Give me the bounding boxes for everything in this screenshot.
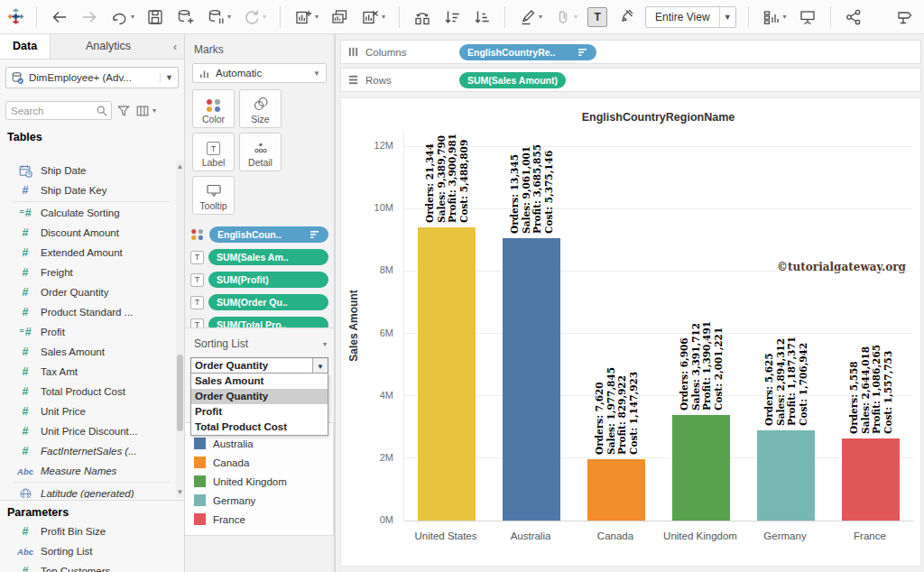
swap-rows-columns-button[interactable] — [411, 6, 433, 28]
field-item[interactable]: #Unit Price — [0, 401, 177, 421]
field-item[interactable]: #Sales Amount — [0, 342, 177, 362]
scroll-up-icon[interactable]: ▲ — [176, 162, 184, 171]
columns-pill[interactable]: EnglishCountryRe.. — [459, 44, 596, 60]
legend-item[interactable]: Australia — [185, 434, 333, 453]
bar-label-line: Orders: 6,906 — [679, 321, 690, 411]
detail-button[interactable]: Detail — [239, 133, 282, 171]
columns-shelf[interactable]: Columns EnglishCountryRe.. — [340, 40, 921, 64]
marks-pill[interactable]: SUM(Sales Am.. — [208, 249, 328, 265]
scrollbar-thumb[interactable] — [177, 355, 183, 431]
parameter-item[interactable]: AbcSorting List — [0, 541, 184, 561]
legend-item[interactable]: Germany — [185, 491, 333, 510]
size-button[interactable]: Size — [239, 89, 282, 128]
field-item[interactable]: Ship Date — [0, 161, 177, 180]
sort-ascending-button[interactable] — [441, 6, 463, 28]
tab-data[interactable]: Data — [0, 34, 51, 59]
field-item[interactable]: #Extended Amount — [0, 243, 177, 263]
tab-analytics[interactable]: Analytics — [51, 34, 166, 59]
datasource-caret-icon[interactable]: ▼ — [160, 73, 173, 82]
highlight-caret-icon[interactable]: ▾ — [539, 13, 542, 21]
marks-pill[interactable]: EnglishCoun.. — [209, 226, 328, 243]
sorting-list-option[interactable]: Profit — [191, 404, 328, 420]
field-item[interactable]: #Discount Amount — [0, 223, 177, 243]
new-worksheet-caret-icon[interactable]: ▾ — [315, 13, 319, 21]
color-button[interactable]: Color — [192, 89, 235, 128]
bar[interactable] — [587, 459, 645, 521]
show-me-button[interactable] — [893, 6, 917, 28]
search-icon — [96, 105, 108, 117]
field-item[interactable]: =#Profit — [0, 322, 177, 342]
new-datasource-button[interactable] — [174, 6, 197, 28]
back-button[interactable] — [49, 6, 70, 28]
group-members-button[interactable]: ▾ — [552, 6, 579, 28]
globe-field-icon — [16, 487, 34, 499]
fix-axes-button[interactable] — [615, 6, 637, 28]
bar[interactable] — [418, 227, 476, 521]
view-options-caret-icon[interactable]: ▾ — [152, 106, 156, 115]
forward-button[interactable] — [79, 6, 100, 28]
replay-button[interactable]: ▾ — [108, 6, 136, 28]
presentation-mode-button[interactable] — [797, 6, 818, 28]
field-item[interactable]: AbcMeasure Names — [0, 461, 177, 481]
mark-type-dropdown[interactable]: Automatic ▼ — [192, 63, 327, 83]
refresh-caret-icon[interactable]: ▾ — [263, 13, 266, 21]
collapse-pane-icon[interactable]: ‹ — [166, 34, 184, 59]
field-item[interactable]: #Order Quantity — [0, 282, 177, 302]
bar[interactable] — [503, 238, 560, 521]
marks-pill[interactable]: SUM(Profit) — [208, 272, 328, 288]
show-hide-cards-button[interactable]: ▾ — [761, 6, 789, 28]
marks-pill[interactable]: SUM(Order Qu.. — [208, 294, 328, 310]
legend-item[interactable]: United Kingdom — [185, 472, 333, 491]
legend-item[interactable]: Canada — [185, 453, 333, 472]
clear-sheet-button[interactable]: ▾ — [359, 6, 387, 28]
view-mode-caret-icon[interactable]: ▼ — [719, 7, 735, 27]
refresh-button[interactable]: ▾ — [241, 6, 268, 28]
clear-sheet-caret-icon[interactable]: ▾ — [382, 13, 385, 21]
field-item[interactable]: #Ship Date Key — [0, 180, 177, 200]
pause-updates-button[interactable]: ▾ — [205, 6, 233, 28]
show-hide-cards-caret-icon[interactable]: ▾ — [783, 13, 787, 21]
new-worksheet-button[interactable]: ▾ — [292, 6, 320, 28]
replay-caret-icon[interactable]: ▾ — [131, 13, 134, 21]
hash-field-icon: # — [16, 246, 34, 259]
parameter-item[interactable]: #Top Customers — [0, 561, 184, 572]
view-options-icon[interactable]: ▾ — [135, 104, 156, 118]
sort-descending-button[interactable] — [471, 6, 493, 28]
sorting-list-option[interactable]: Total Product Cost — [191, 420, 328, 435]
share-button[interactable] — [843, 6, 864, 28]
field-item[interactable]: #FactInternetSales (... — [0, 441, 177, 461]
view-mode-dropdown[interactable]: Entire View ▼ — [645, 6, 735, 28]
bar[interactable] — [672, 415, 730, 521]
duplicate-sheet-button[interactable] — [328, 6, 351, 28]
rows-pill[interactable]: SUM(Sales Amount) — [459, 72, 566, 88]
field-item[interactable]: #Total Product Cost — [0, 382, 177, 401]
filter-icon[interactable] — [116, 104, 131, 118]
parameter-item[interactable]: #Profit Bin Size — [0, 521, 184, 541]
scroll-down-icon[interactable]: ▼ — [176, 488, 184, 496]
datasource-selector[interactable]: DimEmployee+ (Adv... ▼ — [5, 67, 179, 88]
parameter-card-caret-icon[interactable]: ▾ — [323, 340, 327, 348]
legend-item[interactable]: France — [185, 510, 333, 529]
sorting-list-option[interactable]: Sales Amount — [191, 374, 328, 389]
bar[interactable] — [757, 430, 815, 521]
show-mark-labels-button[interactable]: T — [587, 7, 607, 27]
bar[interactable] — [842, 438, 900, 521]
bar-label-line: Cost: 1,706,942 — [798, 337, 809, 426]
save-button[interactable] — [144, 6, 166, 28]
field-item[interactable]: #Tax Amt — [0, 362, 177, 382]
fields-scrollbar[interactable]: ▲ ▼ — [176, 161, 184, 498]
sorting-list-option[interactable]: Order Quantity — [191, 389, 328, 404]
field-item[interactable]: Latitude (generated) — [0, 484, 177, 498]
field-item[interactable]: #Unit Price Discount... — [0, 421, 177, 441]
mark-type-caret-icon[interactable]: ▼ — [313, 69, 320, 78]
label-button[interactable]: T Label — [192, 133, 235, 171]
field-item[interactable]: =#Calculate Sorting — [0, 203, 177, 223]
pause-updates-caret-icon[interactable]: ▾ — [227, 13, 231, 21]
tooltip-button[interactable]: Tooltip — [192, 176, 235, 215]
field-item[interactable]: #Product Standard ... — [0, 302, 177, 322]
bar-label: Orders: 13,345Sales: 9,061,001Profit: 3,… — [509, 144, 554, 234]
group-members-caret-icon[interactable]: ▾ — [574, 13, 578, 21]
rows-shelf[interactable]: Rows SUM(Sales Amount) — [340, 68, 921, 92]
highlight-button[interactable]: ▾ — [517, 6, 544, 28]
field-item[interactable]: #Freight — [0, 263, 177, 282]
